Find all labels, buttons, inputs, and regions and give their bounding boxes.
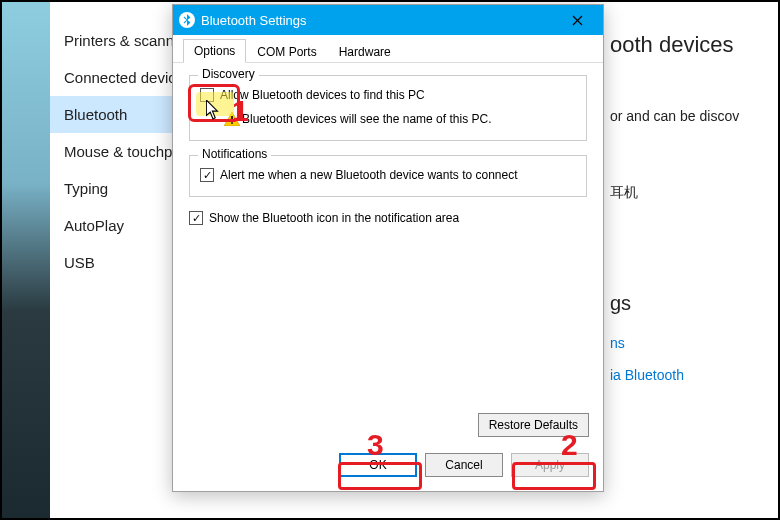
tab-label: Options [194,44,235,58]
sidebar-item-connected[interactable]: Connected devices [50,59,182,96]
tab-com-ports[interactable]: COM Ports [246,40,327,63]
button-label: Cancel [445,458,482,472]
sidebar-item-mouse[interactable]: Mouse & touchpad [50,133,182,170]
button-label: Restore Defaults [489,418,578,432]
close-button[interactable] [557,6,597,34]
dialog-body: Discovery Allow Bluetooth devices to fin… [173,63,603,413]
restore-row: Restore Defaults [173,413,603,443]
bluetooth-icon [179,12,195,28]
allow-discovery-checkbox[interactable] [200,88,214,102]
sidebar-item-label: Typing [64,180,108,197]
device-name-fragment: 耳机 [610,184,770,202]
sidebar-item-typing[interactable]: Typing [50,170,182,207]
show-icon-row: Show the Bluetooth icon in the notificat… [189,211,587,225]
sidebar-item-bluetooth[interactable]: Bluetooth [50,96,182,133]
discovery-subtext-row: Bluetooth devices will see the name of t… [224,112,576,126]
settings-link-fragment-2[interactable]: ia Bluetooth [610,367,770,383]
tab-label: Hardware [339,45,391,59]
show-icon-label[interactable]: Show the Bluetooth icon in the notificat… [209,211,459,225]
apply-button[interactable]: Apply [511,453,589,477]
settings-sidebar: Printers & scanners Connected devices Bl… [50,2,182,518]
settings-link-fragment-1[interactable]: ns [610,335,770,351]
dialog-titlebar[interactable]: Bluetooth Settings [173,5,603,35]
section-heading-fragment: gs [610,292,770,315]
alert-row: Alert me when a new Bluetooth device wan… [200,168,576,182]
sidebar-item-label: Connected devices [64,69,182,86]
sidebar-item-printers[interactable]: Printers & scanners [50,22,182,59]
bluetooth-settings-dialog: Bluetooth Settings Options COM Ports Har… [172,4,604,492]
sidebar-item-usb[interactable]: USB [50,244,182,281]
allow-discovery-row: Allow Bluetooth devices to find this PC [200,88,576,102]
sidebar-item-label: Mouse & touchpad [64,143,182,160]
tab-options[interactable]: Options [183,39,246,63]
cancel-button[interactable]: Cancel [425,453,503,477]
page-desc-fragment: or and can be discov [610,108,770,124]
show-icon-checkbox[interactable] [189,211,203,225]
dialog-tabs: Options COM Ports Hardware [173,35,603,63]
svg-rect-0 [231,116,233,121]
notifications-group: Notifications Alert me when a new Blueto… [189,155,587,197]
sidebar-item-label: Printers & scanners [64,32,182,49]
dialog-title: Bluetooth Settings [201,13,557,28]
sidebar-item-label: USB [64,254,95,271]
tab-hardware[interactable]: Hardware [328,40,402,63]
discovery-subtext: Bluetooth devices will see the name of t… [242,112,491,126]
settings-content-obscured: ooth devices or and can be discov 耳机 gs … [602,2,778,518]
sidebar-item-label: Bluetooth [64,106,127,123]
tab-label: COM Ports [257,45,316,59]
warning-icon [224,112,240,126]
ok-button[interactable]: OK [339,453,417,477]
page-title-fragment: ooth devices [610,32,770,58]
restore-defaults-button[interactable]: Restore Defaults [478,413,589,437]
button-label: Apply [535,458,565,472]
desktop-wallpaper [2,2,50,518]
button-label: OK [369,458,386,472]
allow-discovery-label[interactable]: Allow Bluetooth devices to find this PC [220,88,425,102]
discovery-group: Discovery Allow Bluetooth devices to fin… [189,75,587,141]
notifications-legend: Notifications [198,147,271,161]
dialog-footer: OK Cancel Apply [173,443,603,491]
discovery-legend: Discovery [198,67,259,81]
sidebar-item-label: AutoPlay [64,217,124,234]
alert-label[interactable]: Alert me when a new Bluetooth device wan… [220,168,518,182]
alert-checkbox[interactable] [200,168,214,182]
sidebar-item-autoplay[interactable]: AutoPlay [50,207,182,244]
svg-rect-1 [231,122,233,124]
